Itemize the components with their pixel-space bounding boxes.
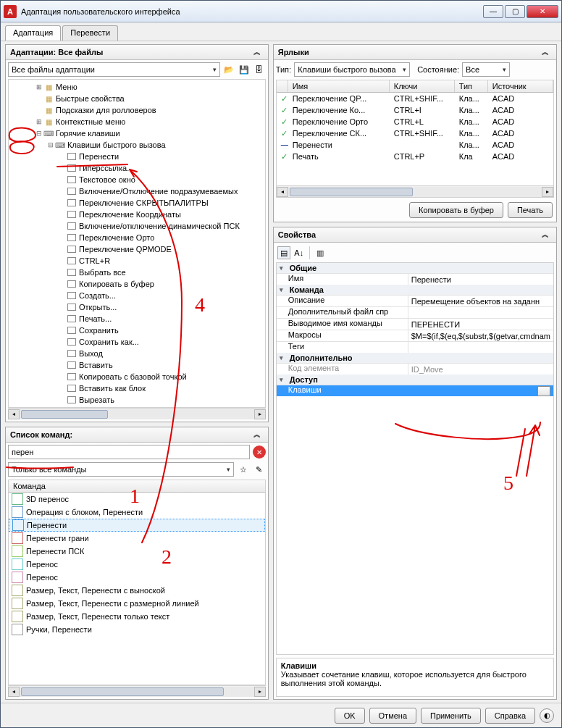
ok-button[interactable]: OK [335, 708, 365, 724]
grid-row[interactable]: ✓Переключение ОртоCTRL+LКла...ACAD [277, 116, 553, 127]
minimize-button[interactable]: — [483, 5, 503, 18]
col-name[interactable]: Имя [288, 80, 390, 92]
prop-row[interactable]: Клавиши… [277, 385, 553, 396]
tree-row[interactable]: ⊞▦Меню [9, 81, 265, 93]
grid-row[interactable]: ✓ПечатьCTRL+PКлаACAD [277, 151, 553, 162]
shortcuts-grid[interactable]: Имя Ключи Тип Источник ✓Переключение QP.… [276, 80, 554, 198]
categorized-view-icon[interactable]: ▤ [277, 246, 290, 259]
print-button[interactable]: Печать [508, 202, 553, 218]
save-icon[interactable]: 💾 [238, 63, 251, 76]
collapse-icon[interactable]: ︽ [251, 47, 264, 57]
command-row[interactable]: Перенести ПСК [9, 545, 265, 558]
cmd-h-scrollbar[interactable]: ◂ ▸ [8, 685, 266, 697]
property-pages-icon[interactable]: ▥ [314, 246, 327, 259]
command-row[interactable]: Размер, Текст, Перенести с размерной лин… [9, 597, 265, 610]
grid-row[interactable]: —ПеренестиКла...ACAD [277, 139, 553, 151]
command-row[interactable]: Размер, Текст, Перенести только текст [9, 610, 265, 623]
tree-h-scrollbar[interactable]: ◂ ▸ [8, 408, 266, 419]
command-filter-combo[interactable]: Только все команды [8, 462, 234, 477]
tree-row[interactable]: ▦Подсказки для ролловеров [9, 104, 265, 116]
command-row[interactable]: Размер, Текст, Перенести с выноской [9, 584, 265, 597]
col-keys[interactable]: Ключи [390, 80, 455, 92]
tab-translate[interactable]: Перевести [62, 25, 118, 41]
tree-row[interactable]: ⊞▦Контекстные меню [9, 116, 265, 127]
open-icon[interactable]: 📂 [222, 63, 235, 76]
tree-row[interactable]: Включение/Отключение подразумеваемых [9, 185, 265, 197]
tree-row[interactable]: Текстовое окно [9, 174, 265, 185]
prop-value[interactable]: … [408, 385, 553, 396]
prop-value[interactable] [408, 342, 553, 353]
ellipsis-button[interactable]: … [537, 386, 550, 396]
tree-row[interactable]: Переключение СКРЫТЬПАЛИТРЫ [9, 197, 265, 209]
grid-h-scrollbar[interactable]: ◂ ▸ [277, 185, 553, 197]
col-type[interactable]: Тип [455, 80, 488, 92]
tree-row[interactable]: Сохранить [9, 325, 265, 336]
command-search-input[interactable] [8, 445, 250, 459]
command-row[interactable]: Перенос [9, 571, 265, 584]
prop-group-header[interactable]: ▾Доступ [277, 375, 553, 385]
save-all-icon[interactable]: 🗄 [253, 63, 266, 76]
tree-row[interactable]: Выбрать все [9, 267, 265, 278]
prop-row[interactable]: Дополнительный файл спр [277, 306, 553, 318]
command-row[interactable]: Перенести [9, 519, 265, 532]
tree-row[interactable]: CTRL+R [9, 255, 265, 267]
prop-value[interactable]: ПЕРЕНЕСТИ [408, 319, 553, 330]
tab-adapt[interactable]: Адаптация [5, 25, 61, 41]
prop-row[interactable]: Макросы$M=$(if,$(eq,$(substr,$(getvar,cm… [277, 330, 553, 341]
tree-row[interactable]: Сохранить как... [9, 336, 265, 348]
adaptation-file-combo[interactable]: Все файлы адаптации [8, 62, 220, 77]
prop-value[interactable] [408, 307, 553, 318]
tree-row[interactable]: ⊟⌨Клавиши быстрого вызова [9, 139, 265, 151]
property-grid[interactable]: ▾ОбщиеИмяПеренести▾КомандаОписаниеПереме… [276, 262, 554, 655]
command-row[interactable]: 3D перенос [9, 493, 265, 506]
prop-group-header[interactable]: ▾Команда [277, 285, 553, 295]
apply-button[interactable]: Применить [421, 708, 481, 724]
expand-icon[interactable]: ⊟ [35, 130, 43, 137]
grid-row[interactable]: ✓Переключение СК...CTRL+SHIF...Кла...ACA… [277, 127, 553, 139]
prop-group-header[interactable]: ▾Общие [277, 263, 553, 273]
prop-row[interactable]: ОписаниеПеремещение объектов на заданн [277, 295, 553, 306]
expand-icon[interactable]: ⊟ [46, 141, 54, 148]
shortcut-type-combo[interactable]: Клавиши быстрого вызова [294, 62, 410, 77]
prop-row[interactable]: Код элементаID_Move [277, 363, 553, 375]
tree-row[interactable]: Включение/отключение динамической ПСК [9, 220, 265, 232]
close-button[interactable]: ✕ [527, 5, 558, 18]
tree-row[interactable]: Создать... [9, 290, 265, 301]
tree-row[interactable]: Копировать в буфер [9, 278, 265, 290]
tree-row[interactable]: Выход [9, 348, 265, 359]
expand-icon[interactable]: ⊞ [35, 118, 43, 125]
prop-value[interactable]: Перемещение объектов на заданн [408, 296, 553, 306]
tree-row[interactable]: Вставить [9, 359, 265, 371]
command-row[interactable]: Ручки, Перенести [9, 623, 265, 636]
command-row[interactable]: Операция с блоком, Перенести [9, 506, 265, 519]
create-command-icon[interactable]: ☆ [237, 463, 250, 476]
tree-row[interactable]: Перенести [9, 151, 265, 162]
prop-group-header[interactable]: ▾Дополнительно [277, 353, 553, 363]
adaptations-tree[interactable]: ⊞▦Меню▦Быстрые свойства▦Подсказки для ро… [8, 79, 266, 408]
prop-row[interactable]: ИмяПеренести [277, 273, 553, 285]
command-row[interactable]: Перенести грани [9, 532, 265, 545]
tree-row[interactable]: Вырезать [9, 394, 265, 406]
command-list-header[interactable]: Команда [9, 480, 265, 493]
tree-row[interactable]: Переключение Орто [9, 232, 265, 243]
col-src[interactable]: Источник [488, 80, 553, 92]
prop-value[interactable]: Перенести [408, 274, 553, 285]
tree-row[interactable]: Переключение QPMODE [9, 243, 265, 255]
help-icon[interactable]: ◐ [540, 708, 554, 723]
find-command-icon[interactable]: ✎ [253, 463, 266, 476]
tree-row[interactable]: Печать... [9, 313, 265, 325]
command-row[interactable]: Перенос [9, 558, 265, 571]
tree-row[interactable]: Вставить как блок [9, 382, 265, 394]
grid-row[interactable]: ✓Переключение Ко...CTRL+IКла...ACAD [277, 104, 553, 116]
collapse-icon[interactable]: ︽ [539, 230, 552, 240]
alphabetic-view-icon[interactable]: A↓ [293, 246, 306, 259]
copy-to-clipboard-button[interactable]: Копировать в буфер [409, 202, 503, 218]
tree-row[interactable]: Копировать с базовой точкой [9, 371, 265, 382]
tree-row[interactable]: ▦Быстрые свойства [9, 93, 265, 104]
prop-row[interactable]: Теги [277, 341, 553, 353]
tree-row[interactable]: Переключение Координаты [9, 209, 265, 220]
collapse-icon[interactable]: ︽ [539, 47, 552, 57]
prop-row[interactable]: Выводимое имя командыПЕРЕНЕСТИ [277, 318, 553, 330]
tree-row[interactable]: Гиперссылка... [9, 162, 265, 174]
help-button[interactable]: Справка [485, 708, 535, 724]
